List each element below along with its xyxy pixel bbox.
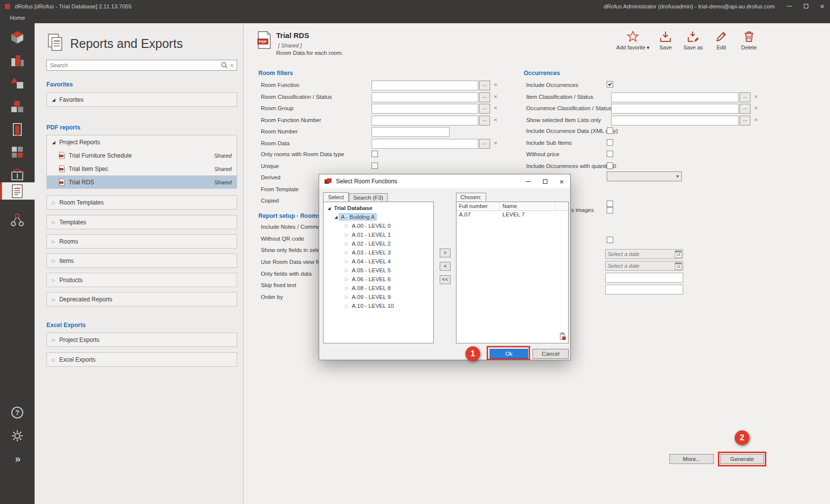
move-right-button[interactable]: > <box>440 249 451 257</box>
minimize-button[interactable] <box>782 0 797 12</box>
room-function-number-clear-button[interactable]: × <box>491 116 500 126</box>
save-as-button[interactable]: Save as <box>679 30 707 63</box>
nav-buildings-button[interactable] <box>0 50 35 70</box>
partial-checkbox[interactable] <box>607 237 613 243</box>
tree-collapsed-icon[interactable]: ▷ <box>344 286 349 291</box>
without-price-checkbox[interactable] <box>607 151 613 157</box>
nav-systems-button[interactable] <box>0 165 35 185</box>
tree-item-building-a[interactable]: ◢ A - Building A <box>324 212 433 221</box>
include-occurrence-data-checkbox[interactable] <box>607 127 613 134</box>
room-group-lookup-button[interactable]: ... <box>479 104 490 114</box>
room-group-clear-button[interactable]: × <box>491 104 500 114</box>
nav-network-button[interactable] <box>0 210 35 230</box>
group-rooms-header[interactable]: ▷Rooms <box>47 235 237 248</box>
occurrence-classification-lookup-button[interactable]: ... <box>740 104 750 114</box>
item-classification-clear-button[interactable]: × <box>751 92 760 102</box>
item-classification-input[interactable] <box>611 92 739 102</box>
tree-item-level-1[interactable]: ▷A.01 - LEVEL 1 <box>324 230 433 239</box>
nav-finishes-button[interactable] <box>0 142 35 162</box>
nav-expand-button[interactable]: » <box>0 449 35 468</box>
only-room-data-type-checkbox[interactable] <box>372 151 378 157</box>
room-function-lookup-button[interactable]: ... <box>479 81 490 90</box>
group-products-header[interactable]: ▷Products <box>47 273 237 287</box>
tree-item-level-8[interactable]: ▷A.08 - LEVEL 8 <box>324 284 433 293</box>
tree-collapsed-icon[interactable]: ▷ <box>344 303 349 308</box>
partial-checkbox[interactable] <box>607 201 613 207</box>
tab-select[interactable]: Select <box>323 192 349 202</box>
maximize-button[interactable] <box>798 0 814 12</box>
nav-items-button[interactable] <box>0 73 35 93</box>
group-deprecated-reports-header[interactable]: ▷Deprecated Reports <box>47 293 237 306</box>
tree-item-root[interactable]: ◢ Trial Database <box>324 204 433 212</box>
edit-button[interactable]: Edit <box>710 30 732 63</box>
date-to-input[interactable] <box>606 263 675 269</box>
tree-collapsed-icon[interactable]: ▷ <box>344 294 349 299</box>
tab-search[interactable]: Search (F3) <box>349 193 388 202</box>
tree-item-level-10[interactable]: ▷A.10 - LEVEL 10 <box>324 301 433 310</box>
occurrences-quantity-zero-checkbox[interactable] <box>607 163 613 169</box>
room-classification-clear-button[interactable]: × <box>491 92 500 102</box>
tree-expanded-icon[interactable]: ◢ <box>327 206 332 210</box>
room-classification-input[interactable] <box>372 92 478 102</box>
column-full-number[interactable]: Full number <box>456 202 500 210</box>
column-name[interactable]: Name <box>500 202 555 210</box>
occurrence-classification-clear-button[interactable]: × <box>751 104 760 114</box>
tree-item-level-5[interactable]: ▷A.05 - LEVEL 5 <box>324 266 433 275</box>
report-item-trial-rds[interactable]: Trial RDS Shared <box>47 175 237 189</box>
room-function-clear-button[interactable]: × <box>491 81 500 90</box>
report-item-furniture-schedule[interactable]: Trial Furniture Schedule Shared <box>47 149 237 162</box>
tree-collapsed-icon[interactable]: ▷ <box>344 241 349 246</box>
include-sub-items-checkbox[interactable] <box>607 139 613 146</box>
dialog-titlebar[interactable]: Select Room Functions × <box>319 174 570 188</box>
dialog-minimize-button[interactable] <box>520 174 537 188</box>
group-room-templates-header[interactable]: ▷Room Templates <box>47 196 237 209</box>
tree-item-level-6[interactable]: ▷A.06 - LEVEL 6 <box>324 275 433 284</box>
date-to-field[interactable]: 15 <box>605 261 683 271</box>
tree-expanded-icon[interactable]: ◢ <box>333 215 338 219</box>
room-data-clear-button[interactable]: × <box>491 139 500 149</box>
room-group-input[interactable] <box>372 104 478 114</box>
tree-collapsed-icon[interactable]: ▷ <box>344 259 349 264</box>
cancel-button[interactable]: Cancel <box>533 349 569 359</box>
tree-item-level-3[interactable]: ▷A.03 - LEVEL 3 <box>324 248 433 257</box>
paste-icon[interactable] <box>559 333 566 342</box>
tree-collapsed-icon[interactable]: ▷ <box>344 268 349 273</box>
show-selected-item-lists-input[interactable] <box>611 116 739 126</box>
occurrences-dropdown[interactable]: ▾ <box>607 171 682 181</box>
group-templates-header[interactable]: ▷Templates <box>47 215 237 229</box>
show-selected-item-lists-lookup-button[interactable]: ... <box>740 116 750 126</box>
nav-products-button[interactable] <box>0 96 35 116</box>
chosen-row[interactable]: A.07 LEVEL 7 <box>456 211 568 219</box>
search-icon[interactable] <box>221 62 228 69</box>
close-button[interactable]: × <box>814 0 830 12</box>
menu-home-tab[interactable]: Home <box>10 15 25 21</box>
as-images-checkbox[interactable] <box>607 207 613 213</box>
tree-collapsed-icon[interactable]: ▷ <box>344 250 349 255</box>
room-number-input[interactable] <box>372 127 450 137</box>
nav-reports-button[interactable] <box>0 182 35 200</box>
group-excel-exports-header[interactable]: ▷Excel Exports <box>47 353 237 366</box>
room-function-input[interactable] <box>372 81 478 90</box>
delete-button[interactable]: Delete <box>737 30 761 63</box>
tree-item-level-4[interactable]: ▷A.04 - LEVEL 4 <box>324 257 433 266</box>
tree-collapsed-icon[interactable]: ▷ <box>344 232 349 237</box>
tree-item-level-2[interactable]: ▷A.02 - LEVEL 2 <box>324 239 433 248</box>
move-all-left-button[interactable]: << <box>440 275 451 284</box>
add-favorite-button[interactable]: Add favorite ▾ <box>614 30 652 63</box>
tree-item-level-9[interactable]: ▷A.09 - LEVEL 9 <box>324 293 433 301</box>
more-button[interactable]: More... <box>669 454 714 464</box>
nav-rooms-button[interactable] <box>0 27 35 47</box>
occurrence-classification-input[interactable] <box>611 104 739 114</box>
date-from-input[interactable] <box>606 251 675 257</box>
dialog-maximize-button[interactable] <box>537 174 553 188</box>
date-from-field[interactable]: 15 <box>605 249 683 259</box>
tree-collapsed-icon[interactable]: ▷ <box>344 277 349 282</box>
include-occurrences-checkbox[interactable] <box>607 81 613 87</box>
tree-collapsed-icon[interactable]: ▷ <box>344 223 349 228</box>
tree-item-level-0[interactable]: ▷A.00 - LEVEL 0 <box>324 221 433 230</box>
room-data-lookup-button[interactable]: ... <box>479 139 490 149</box>
report-item-item-spec[interactable]: Trial Item Spec Shared <box>47 162 237 175</box>
nav-settings-button[interactable] <box>0 426 35 446</box>
nav-door-button[interactable] <box>0 120 35 139</box>
project-reports-header[interactable]: ◢ Project Reports <box>47 135 237 149</box>
